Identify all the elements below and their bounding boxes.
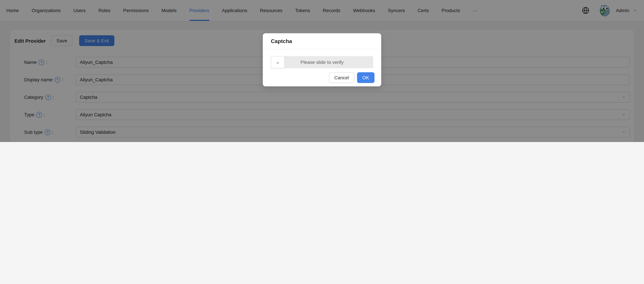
captcha-slider-text: Please slide to verify xyxy=(271,56,373,68)
captcha-slider-handle[interactable]: » xyxy=(271,56,284,68)
modal-title: Captcha xyxy=(263,33,381,49)
app-root: HomeOrganizationsUsersRolesPermissionsMo… xyxy=(0,0,644,142)
captcha-modal: Captcha Please slide to verify » Cancel … xyxy=(263,33,381,86)
double-chevron-right-icon: » xyxy=(276,59,279,65)
captcha-slider-track: Please slide to verify » xyxy=(271,56,373,68)
modal-body: Please slide to verify » xyxy=(263,49,381,68)
ok-button[interactable]: OK xyxy=(357,72,374,83)
cancel-button[interactable]: Cancel xyxy=(329,72,354,83)
modal-footer: Cancel OK xyxy=(263,68,381,86)
